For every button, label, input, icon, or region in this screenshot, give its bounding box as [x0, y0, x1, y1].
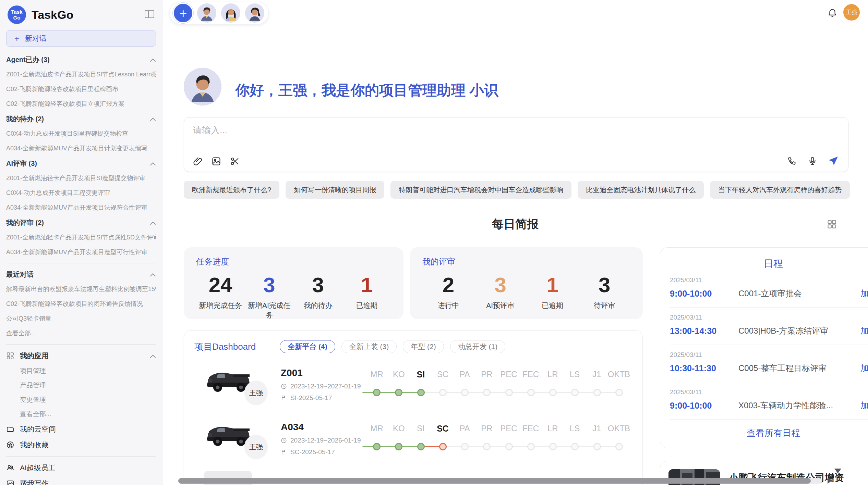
sidebar-task-item[interactable]: C02-飞腾新能源轻客改款项目立项汇报方案 — [6, 97, 156, 111]
section-header[interactable]: 我的评审 (2) — [6, 215, 156, 230]
phone-icon[interactable] — [787, 156, 797, 166]
milestone-label: SC — [432, 424, 454, 434]
new-chat-button[interactable]: ＋ 新对话 — [6, 30, 156, 47]
sidebar-item-favorites[interactable]: 我的收藏 — [6, 437, 156, 453]
milestone-label: FEC — [520, 424, 542, 434]
dashboard-tab[interactable]: 动总开发 (1) — [450, 340, 506, 353]
sidebar-task-item[interactable]: A034-全新新能源MUV产品开发项目造型可行性评审 — [6, 245, 156, 260]
sidebar-task-item[interactable]: A034-全新新能源MUV产品开发项目法规符合性评审 — [6, 200, 156, 215]
sidebar-task-item[interactable]: A034-全新新能源MUV产品开发项目计划变更表编写 — [6, 141, 156, 156]
suggestion-chip[interactable]: 当下年轻人对汽车外观有怎样的喜好趋势 — [710, 181, 850, 199]
view-all-schedule-link[interactable]: 查看所有日程 — [660, 420, 868, 448]
sidebar-task-item[interactable]: C0X4-动力总成开发项目SI里程碑提交物检查 — [6, 126, 156, 141]
dashboard-title: 项目Dashboard — [194, 341, 256, 353]
milestone-track: MRKOSISCPAPRPECFECLRLSJ1OKTB — [366, 424, 630, 461]
send-icon[interactable] — [828, 156, 839, 166]
agent-avatar-1[interactable] — [197, 3, 216, 23]
project-flag-label: SC-2025-05-17 — [290, 448, 335, 456]
horizontal-scrollbar-track[interactable] — [178, 478, 822, 484]
attachment-icon[interactable] — [193, 157, 203, 166]
sidebar-task-item[interactable]: C02-飞腾新能源轻客改款项目的闭环通告反馈情况 — [6, 297, 156, 311]
recent-view-all[interactable]: 查看全部... — [6, 326, 156, 341]
briefing-layout-icon[interactable] — [827, 219, 836, 230]
suggestion-chip[interactable]: 如何写一份清晰的项目周报 — [286, 181, 384, 199]
dashboard-tabs: 全新平台 (4)全新上装 (3)年型 (2)动总开发 (1) — [280, 340, 505, 353]
stat-card-title: 我的评审 — [422, 256, 630, 267]
sidebar-item-help-me-write[interactable]: 帮我写作 — [6, 476, 156, 485]
agent-avatar-3[interactable] — [245, 3, 264, 23]
microphone-icon[interactable] — [808, 156, 817, 166]
add-agent-button[interactable]: ＋ — [174, 4, 192, 22]
image-icon[interactable] — [212, 157, 221, 166]
sidebar-item-ai-super-staff[interactable]: AI超级员工 — [6, 460, 156, 476]
project-row[interactable]: 王强 A034 2023-12-19~2026-01-19 SC-2025-05… — [184, 415, 642, 469]
sidebar-task-item[interactable]: Z001-全新燃油轻卡产品开发项目SI造型提交物评审 — [6, 171, 156, 186]
schedule-title: 日程 — [660, 257, 868, 270]
project-code: Z001 — [281, 368, 303, 378]
agent-avatar-2[interactable] — [221, 3, 240, 23]
suggestion-chip[interactable]: 比亚迪全固态电池计划具体说了什么 — [578, 181, 704, 199]
event-main: 10:30-11:30 C005-整车工程目标评审 加入 — [670, 363, 868, 374]
sidebar-item-cloud-space[interactable]: 我的云空间 — [6, 421, 156, 437]
apps-grid-icon — [6, 352, 14, 360]
scroll-right-arrow[interactable] — [828, 477, 832, 484]
collapse-sidebar-icon[interactable] — [144, 9, 155, 20]
my-app-item[interactable]: 产品管理 — [6, 378, 156, 393]
event-name: C001-立项审批会 — [738, 288, 860, 299]
milestone-dot — [549, 389, 557, 396]
sidebar-task-item[interactable]: 解释最新出台的欧盟报废车法规再生塑料比例被调至15%... — [6, 282, 156, 297]
sidebar-task-item[interactable]: Z001-全新燃油皮卡产品开发项目SI节点Lesson Learn报告 — [6, 67, 156, 82]
stat-item: 2 进行中 — [422, 272, 474, 310]
stat-value: 3 — [245, 272, 293, 298]
notification-bell-icon[interactable] — [828, 8, 837, 19]
chevron-up-icon — [150, 352, 156, 360]
milestone-label: J1 — [586, 424, 608, 434]
suggestion-chip[interactable]: 欧洲新规最近颁布了什么? — [184, 181, 279, 199]
suggestion-chip[interactable]: 特朗普可能对进口汽车增税会对中国车企造成哪些影响 — [390, 181, 571, 199]
scissors-icon[interactable] — [230, 157, 240, 166]
milestone-dot — [505, 443, 513, 450]
sidebar-section: AI评审 (3) Z001-全新燃油轻卡产品开发项目SI造型提交物评审C0X4-… — [6, 156, 156, 215]
dashboard-tab[interactable]: 全新平台 (4) — [280, 340, 335, 353]
sidebar-task-item[interactable]: 公司Q3轻卡销量 — [6, 311, 156, 326]
chevron-up-icon — [150, 160, 156, 167]
sidebar-item-my-apps[interactable]: 我的应用 — [6, 348, 156, 364]
scroll-down-arrow[interactable] — [834, 469, 841, 473]
dashboard-tab[interactable]: 年型 (2) — [403, 340, 444, 353]
my-app-item[interactable]: 项目管理 — [6, 364, 156, 378]
chevron-up-icon — [150, 271, 156, 278]
user-avatar[interactable]: 王强 — [843, 4, 860, 21]
event-join-link[interactable]: 加入 — [860, 288, 868, 299]
horizontal-scrollbar-thumb[interactable] — [178, 478, 811, 484]
chat-input-box[interactable]: 请输入... — [184, 117, 848, 172]
project-row[interactable]: 王强 Z001 2023-12-19~2027-01-19 SI-2025-05… — [184, 361, 642, 415]
milestone-dot — [439, 443, 447, 450]
milestone-label: PR — [476, 424, 498, 434]
event-join-link[interactable]: 加入 — [860, 400, 868, 411]
event-time: 9:00-10:00 — [670, 401, 738, 411]
milestone-label: PA — [454, 424, 476, 434]
event-join-link[interactable]: 加入 — [860, 363, 868, 374]
input-tools-right — [787, 156, 839, 166]
apps-view-all[interactable]: 查看全部... — [6, 407, 156, 421]
section-header[interactable]: AI评审 (3) — [6, 156, 156, 171]
input-tools-left — [193, 157, 240, 166]
milestone-dot — [461, 443, 469, 450]
recent-chats-header[interactable]: 最近对话 — [6, 267, 156, 282]
event-join-link[interactable]: 加入 — [860, 325, 868, 336]
flag-icon — [281, 395, 287, 401]
my-app-item[interactable]: 变更管理 — [6, 393, 156, 407]
sidebar-task-item[interactable]: C0X4-动力总成开发项目工程变更评审 — [6, 186, 156, 200]
sidebar-task-item[interactable]: Z001-全新燃油轻卡产品开发项目SI节点属性5D文件评审 — [6, 230, 156, 245]
milestone-label: PA — [454, 370, 476, 380]
section-title: Agent已办 (3) — [6, 55, 50, 64]
section-header[interactable]: Agent已办 (3) — [6, 52, 156, 67]
sidebar-task-item[interactable]: C02-飞腾新能源轻客改款项目里程碑画布 — [6, 82, 156, 97]
dashboard-tab[interactable]: 全新上装 (3) — [341, 340, 397, 353]
section-header[interactable]: 我的待办 (2) — [6, 111, 156, 126]
event-date: 2025/03/11 — [670, 351, 868, 359]
milestone-dot — [395, 389, 402, 396]
event-date: 2025/03/11 — [670, 388, 868, 396]
milestone-label: SI — [410, 370, 432, 380]
project-code: A034 — [281, 422, 304, 433]
